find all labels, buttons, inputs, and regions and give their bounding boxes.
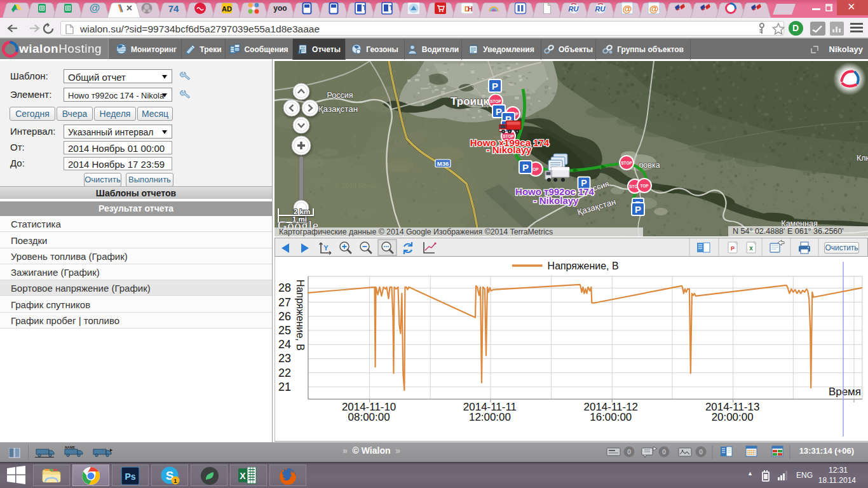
svg-text:ровка: ровка [639, 161, 660, 170]
svg-text:- Nikolayy: - Nikolayy [534, 195, 580, 206]
svg-text:Клю: Клю [857, 154, 868, 163]
svg-text:Y: Y [323, 244, 329, 252]
svg-text:AD: AD [222, 5, 232, 13]
svg-text:© 2014 Googl: © 2014 Googl [335, 182, 376, 189]
svg-text:P: P [492, 81, 498, 92]
svg-text:@: @ [623, 3, 632, 14]
svg-text:TOP: TOP [640, 184, 649, 188]
svg-text:P: P [731, 245, 735, 252]
svg-text:H: H [468, 5, 473, 13]
svg-text:@: @ [90, 2, 100, 14]
svg-text:STOP: STOP [621, 161, 632, 165]
svg-text:28: 28 [278, 281, 291, 294]
svg-text:26: 26 [278, 310, 291, 323]
svg-text:Картографические данные © 2014: Картографические данные © 2014 Google Из… [279, 227, 553, 236]
svg-text:NAME: NAME [65, 446, 76, 449]
svg-text:25: 25 [278, 324, 291, 337]
svg-text:27: 27 [278, 296, 291, 309]
svg-text:@: @ [649, 3, 659, 14]
svg-text:RU: RU [569, 5, 580, 13]
svg-text:N 54° 02.4888' E 061° 36.2560: N 54° 02.4888' E 061° 36.2560' [733, 227, 844, 236]
svg-text:Время: Время [829, 386, 861, 398]
svg-text:08:00:00: 08:00:00 [348, 411, 390, 423]
svg-text:М36: М36 [437, 160, 449, 167]
svg-text:Қазақстан: Қазақстан [318, 104, 358, 114]
svg-text:Троицк: Троицк [451, 95, 489, 107]
svg-text:0: 0 [699, 448, 703, 456]
svg-text:STOP: STOP [490, 99, 501, 104]
svg-text:16:00:00: 16:00:00 [590, 411, 632, 423]
svg-text:X: X [240, 471, 246, 481]
svg-text:Россия: Россия [327, 91, 353, 100]
svg-text:- Nikolayy: - Nikolayy [487, 144, 532, 155]
svg-text:P: P [522, 162, 529, 173]
svg-text:23: 23 [278, 352, 291, 365]
svg-text:yoo: yoo [273, 4, 287, 13]
svg-text:1: 1 [173, 477, 177, 484]
svg-text:x: x [749, 245, 753, 252]
svg-text:21: 21 [278, 381, 291, 393]
svg-text:12:00:00: 12:00:00 [469, 411, 511, 423]
svg-text:Напряжение, В: Напряжение, В [548, 261, 619, 271]
svg-text:P: P [635, 204, 641, 215]
svg-text:Напряжение, В: Напряжение, В [295, 280, 306, 351]
svg-text:2 km: 2 km [294, 208, 310, 215]
svg-text:0: 0 [662, 448, 666, 456]
svg-text:24: 24 [278, 338, 291, 351]
svg-text:74: 74 [168, 3, 179, 14]
svg-text:P: P [496, 106, 502, 117]
svg-text:22: 22 [278, 367, 291, 379]
svg-text:Ps: Ps [125, 471, 135, 482]
svg-text:0: 0 [627, 448, 631, 456]
svg-text:RU: RU [595, 5, 606, 13]
svg-text:OP: OP [532, 167, 539, 172]
svg-text:20:00:00: 20:00:00 [712, 411, 754, 423]
